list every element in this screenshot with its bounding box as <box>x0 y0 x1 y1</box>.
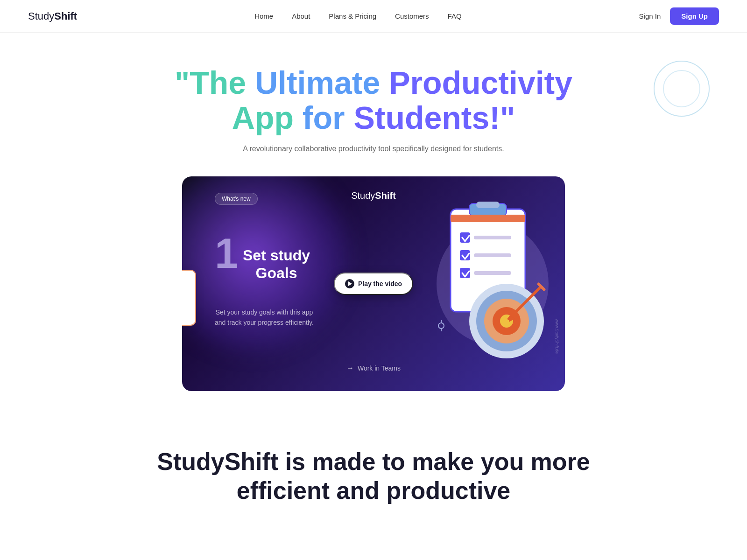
work-in-teams-link[interactable]: → Work in Teams <box>346 364 401 372</box>
side-decoration <box>182 270 196 326</box>
svg-rect-8 <box>474 253 511 257</box>
illustration <box>411 190 556 377</box>
hero-subtitle: A revolutionary collaborative productivi… <box>9 145 738 153</box>
logo-shift: Shift <box>54 10 77 22</box>
nav-actions: Sign In Sign Up <box>639 7 719 25</box>
video-card-inner: What's new StudyShift 1 Set studyGoals S… <box>182 176 565 391</box>
arrow-icon: → <box>346 364 354 372</box>
nav-links: Home About Plans & Pricing Customers FAQ <box>254 12 461 21</box>
work-in-teams-label: Work in Teams <box>358 364 401 372</box>
bottom-title-line2: efficient and productive <box>237 477 511 504</box>
svg-rect-6 <box>474 236 511 239</box>
video-card: What's new StudyShift 1 Set studyGoals S… <box>182 176 565 391</box>
bottom-title: StudyShift is made to make you more effi… <box>28 447 719 505</box>
svg-point-20 <box>438 323 444 329</box>
step-description: Set your study goals with this appand tr… <box>215 307 314 328</box>
hero-section: "The Ultimate Productivity App for Stude… <box>0 33 747 410</box>
play-video-button[interactable]: Play the video <box>334 273 413 295</box>
sign-up-button[interactable]: Sign Up <box>670 7 719 25</box>
logo[interactable]: StudyShift <box>28 10 77 22</box>
nav-about[interactable]: About <box>292 12 310 20</box>
svg-rect-4 <box>451 215 525 222</box>
hero-title: "The Ultimate Productivity App for Stude… <box>9 65 738 135</box>
nav-customers[interactable]: Customers <box>395 12 429 20</box>
svg-rect-3 <box>476 202 500 208</box>
sign-in-link[interactable]: Sign In <box>639 12 661 20</box>
nav-plans[interactable]: Plans & Pricing <box>329 12 376 20</box>
step-number: 1 <box>215 232 238 274</box>
whats-new-badge: What's new <box>215 193 258 205</box>
logo-study: Study <box>28 10 54 22</box>
navbar: StudyShift Home About Plans & Pricing Cu… <box>0 0 747 33</box>
nav-home[interactable]: Home <box>254 12 273 20</box>
play-label: Play the video <box>358 280 402 287</box>
play-icon <box>345 279 354 288</box>
svg-rect-10 <box>474 271 511 275</box>
deco-circle-inner <box>663 70 700 107</box>
bottom-section: StudyShift is made to make you more effi… <box>0 410 747 524</box>
bottom-title-line1: StudyShift is made to make you more <box>157 448 590 475</box>
nav-faq[interactable]: FAQ <box>448 12 462 20</box>
step-title: Set studyGoals <box>243 246 310 282</box>
video-logo: StudyShift <box>351 190 396 201</box>
